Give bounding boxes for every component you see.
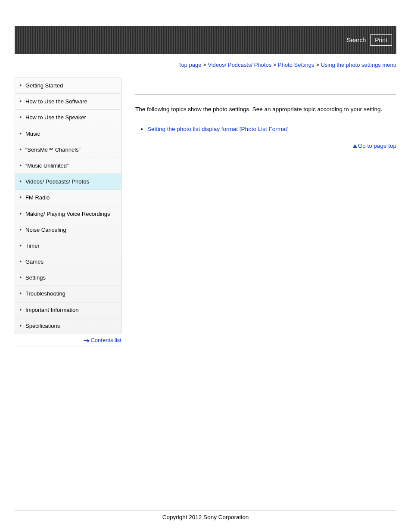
- topic-item: Setting the photo list display format [P…: [147, 126, 396, 132]
- sidebar-item-timer[interactable]: Timer: [15, 238, 121, 254]
- print-button[interactable]: Print: [370, 34, 392, 46]
- sidebar-item-getting-started[interactable]: Getting Started: [15, 78, 121, 94]
- topic-list: Setting the photo list display format [P…: [135, 126, 396, 132]
- copyright-text: Copyright 2012 Sony Corporation: [0, 514, 411, 520]
- sidebar-item-speaker[interactable]: How to Use the Speaker: [15, 110, 121, 126]
- sidebar-item-videos-podcasts-photos[interactable]: Videos/ Podcasts/ Photos: [15, 174, 121, 190]
- breadcrumb-link-photo-settings[interactable]: Photo Settings: [278, 62, 314, 68]
- header-bar: Search Print: [15, 26, 396, 54]
- breadcrumb-separator: >: [316, 62, 319, 68]
- breadcrumb-link-top[interactable]: Top page: [178, 62, 202, 68]
- sidebar-item-settings[interactable]: Settings: [15, 270, 121, 286]
- content-divider: [135, 94, 396, 95]
- sidebar-item-noise-canceling[interactable]: Noise Canceling: [15, 222, 121, 238]
- contents-list-link[interactable]: Contents list: [90, 337, 121, 343]
- intro-text: The following topics show the photo sett…: [135, 105, 396, 114]
- breadcrumb-link-current[interactable]: Using the photo settings menu: [321, 62, 396, 68]
- breadcrumb-separator: >: [273, 62, 277, 68]
- go-to-page-top-link[interactable]: Go to page top: [358, 143, 396, 149]
- sidebar-item-music[interactable]: Music: [15, 126, 121, 142]
- contents-list-row: Contents list: [15, 334, 121, 346]
- sidebar-item-voice-recordings[interactable]: Making/ Playing Voice Recordings: [15, 206, 121, 222]
- sidebar-item-specifications[interactable]: Specifications: [15, 318, 121, 334]
- sidebar-item-sensme[interactable]: “SensMe™ Channels”: [15, 142, 121, 158]
- breadcrumb-link-videos[interactable]: Videos/ Podcasts/ Photos: [208, 62, 271, 68]
- page-top-row: Go to page top: [135, 143, 396, 149]
- footer-divider: [15, 510, 396, 510]
- sidebar-item-software[interactable]: How to Use the Software: [15, 94, 121, 110]
- breadcrumb-separator: >: [203, 62, 206, 68]
- arrow-right-icon: [84, 339, 90, 342]
- sidebar: Getting Started How to Use the Software …: [15, 78, 121, 334]
- up-triangle-icon: [353, 144, 357, 148]
- sidebar-item-music-unlimited[interactable]: “Music Unlimited”: [15, 158, 121, 174]
- main-content: The following topics show the photo sett…: [121, 68, 396, 346]
- search-link[interactable]: Search: [347, 37, 366, 44]
- sidebar-item-fm-radio[interactable]: FM Radio: [15, 190, 121, 206]
- sidebar-item-games[interactable]: Games: [15, 254, 121, 270]
- breadcrumb: Top page > Videos/ Podcasts/ Photos > Ph…: [15, 62, 396, 68]
- sidebar-item-important-info[interactable]: Important Information: [15, 302, 121, 318]
- sidebar-item-troubleshooting[interactable]: Troubleshooting: [15, 286, 121, 302]
- topic-link-photo-list-format[interactable]: Setting the photo list display format [P…: [147, 126, 289, 132]
- sidebar-list: Getting Started How to Use the Software …: [15, 78, 121, 334]
